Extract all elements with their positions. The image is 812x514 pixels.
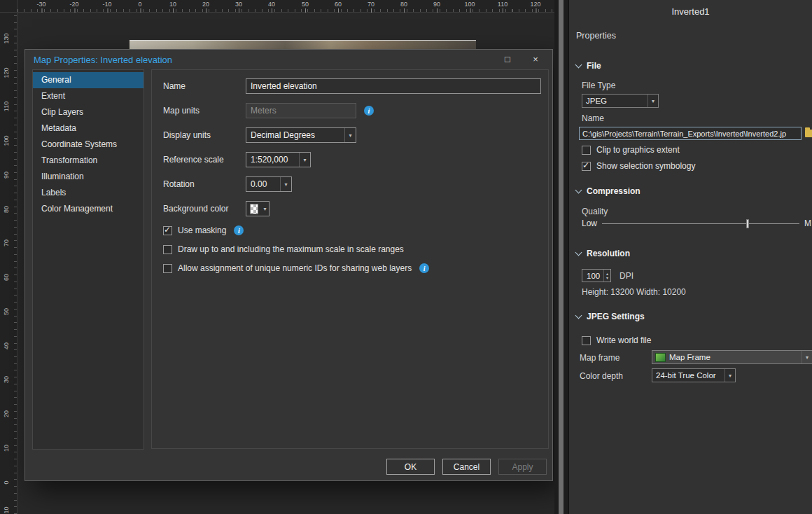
map-properties-dialog: Map Properties: Inverted elevation □ × G… [24, 49, 553, 481]
export-pane: Inverted1 Properties File File Type JPEG… [568, 0, 812, 514]
unique-ids-label: Allow assignment of unique numeric IDs f… [178, 263, 412, 273]
color-depth-dropdown[interactable]: 24-bit True Color ▾ [652, 368, 736, 382]
chevron-down-icon [575, 312, 582, 319]
map-frame-label: Map frame [580, 353, 620, 363]
h-ruler-label: 30 [235, 1, 242, 8]
info-icon[interactable]: i [364, 106, 374, 116]
h-ruler-label: 40 [268, 1, 275, 8]
dialog-footer-buttons: OK Cancel Apply [386, 459, 547, 475]
file-section-header[interactable]: File [576, 61, 601, 71]
name-label: Name [163, 81, 246, 91]
dialog-title: Map Properties: Inverted elevation [34, 55, 172, 65]
vertical-scrollbar[interactable] [554, 0, 568, 514]
write-world-file-checkbox[interactable]: ✓ [582, 336, 591, 345]
sidebar-item-transformation[interactable]: Transformation [33, 153, 144, 169]
rotation-label: Rotation [163, 179, 246, 189]
ok-button[interactable]: OK [386, 459, 435, 475]
resolution-section-header[interactable]: Resolution [576, 249, 630, 258]
h-ruler-label: -10 [102, 1, 111, 8]
h-ruler-label: 20 [202, 1, 209, 8]
h-ruler-label: 110 [498, 1, 507, 8]
map-units-input: Meters [246, 103, 356, 118]
output-size-text: Height: 13200 Width: 10200 [582, 287, 686, 297]
file-path-input[interactable]: C:\gis\Projects\Terrain\Terrain_Exports\… [579, 127, 802, 140]
jpeg-settings-section-header[interactable]: JPEG Settings [576, 312, 645, 321]
v-ruler-label: 10 [3, 445, 10, 452]
h-ruler-label: 0 [138, 1, 141, 8]
h-ruler-label: 10 [169, 1, 176, 8]
chevron-down-icon: ▾ [802, 351, 812, 363]
spinner-arrows[interactable]: ▴ ▾ [603, 270, 610, 282]
slider-handle[interactable] [746, 219, 749, 228]
sidebar-item-metadata[interactable]: Metadata [33, 120, 144, 137]
sidebar-item-general[interactable]: General [33, 72, 144, 88]
check-icon: ✓ [582, 160, 589, 170]
slider-track[interactable] [602, 223, 799, 224]
chevron-down-icon [575, 187, 582, 194]
chevron-down-icon: ▾ [299, 153, 310, 167]
unique-ids-checkbox[interactable]: ✓ [163, 264, 172, 273]
dpi-value: 100 [587, 272, 601, 280]
chevron-down-icon [575, 62, 582, 69]
v-ruler-label: 40 [3, 342, 10, 349]
reference-scale-dropdown[interactable]: 1:520,000 ▾ [246, 152, 311, 167]
compression-section-header[interactable]: Compression [576, 186, 640, 196]
info-icon[interactable]: i [234, 225, 244, 235]
use-masking-label: Use masking [178, 225, 226, 235]
sidebar-item-labels[interactable]: Labels [33, 185, 144, 201]
spinner-down-icon[interactable]: ▾ [606, 276, 608, 280]
v-ruler-label: 20 [3, 410, 10, 417]
rotation-dropdown[interactable]: 0.00 ▾ [246, 176, 292, 192]
file-type-dropdown[interactable]: JPEG ▾ [582, 94, 659, 108]
file-type-label: File Type [582, 81, 615, 90]
map-units-label: Map units [163, 106, 246, 116]
v-ruler-label: 80 [3, 206, 10, 213]
map-frame-dropdown[interactable]: Map Frame ▾ [652, 350, 812, 364]
dpi-spinner[interactable]: 100 ▴ ▾ [582, 269, 611, 282]
maximize-icon[interactable]: □ [493, 50, 522, 68]
dialog-content: Name Inverted elevation Map units Meters… [151, 69, 549, 449]
sidebar-item-clip-layers[interactable]: Clip Layers [33, 104, 144, 120]
v-ruler-label: 0 [3, 480, 10, 484]
map-frame-icon [655, 353, 666, 362]
quality-label: Quality [582, 207, 608, 216]
draw-max-scale-checkbox[interactable]: ✓ [163, 245, 172, 254]
chevron-down-icon: ▾ [724, 369, 735, 382]
info-icon[interactable]: i [419, 263, 429, 273]
chevron-down-icon: ▾ [648, 95, 658, 107]
reference-scale-value: 1:520,000 [246, 155, 292, 165]
map-name-input[interactable]: Inverted elevation [246, 78, 541, 94]
h-ruler-label: 60 [335, 1, 342, 8]
close-icon[interactable]: × [522, 50, 550, 68]
chevron-down-icon: ▾ [261, 202, 269, 216]
h-ruler-label: 70 [368, 1, 374, 8]
h-ruler-label: 90 [433, 1, 440, 8]
file-name-label: Name [582, 113, 604, 123]
clip-graphics-checkbox[interactable]: ✓ [582, 146, 591, 155]
background-color-picker[interactable]: ▾ [246, 201, 270, 216]
browse-folder-icon[interactable] [805, 130, 812, 137]
v-ruler-label: 50 [3, 308, 10, 315]
check-icon: ✓ [164, 225, 171, 235]
v-ruler-label: 120 [3, 67, 10, 78]
display-units-dropdown[interactable]: Decimal Degrees ▾ [246, 127, 356, 143]
chevron-down-icon: ▾ [280, 177, 291, 191]
quality-slider[interactable]: Low M [582, 218, 811, 228]
sidebar-item-coordinate-systems[interactable]: Coordinate Systems [33, 137, 144, 153]
sidebar-item-color-management[interactable]: Color Management [33, 201, 144, 217]
selection-symbology-checkbox[interactable]: ✓ [582, 162, 591, 171]
v-ruler-label: 90 [3, 172, 10, 179]
h-ruler-label: 50 [302, 1, 309, 8]
cancel-button[interactable]: Cancel [442, 459, 491, 475]
dialog-titlebar[interactable]: Map Properties: Inverted elevation □ × [25, 50, 552, 69]
sidebar-item-extent[interactable]: Extent [33, 88, 144, 104]
write-world-file-label: Write world file [596, 335, 651, 345]
use-masking-checkbox[interactable]: ✓ [163, 226, 172, 235]
rotation-value: 0.00 [246, 179, 271, 189]
app-window: -30 -20 -10 0 10 20 30 40 50 60 70 80 90… [0, 0, 812, 514]
scrollbar-thumb[interactable] [559, 0, 564, 514]
draw-max-scale-label: Draw up to and including the maximum sca… [178, 244, 404, 254]
quality-min-label: Low [582, 218, 597, 228]
sidebar-item-illumination[interactable]: Illumination [33, 169, 144, 185]
apply-button[interactable]: Apply [498, 459, 547, 475]
